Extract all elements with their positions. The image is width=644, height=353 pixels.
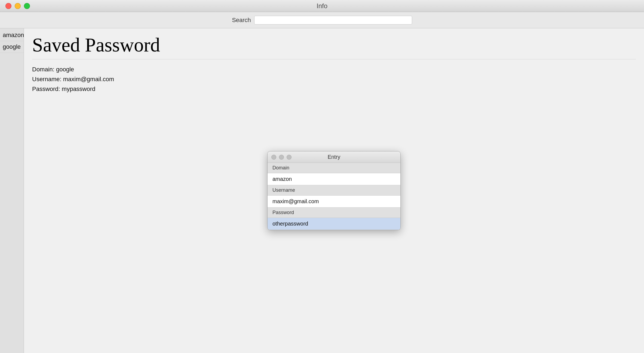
dialog-maximize-button[interactable] [287, 155, 292, 160]
content-area: Saved Password Domain: google Username: … [24, 28, 644, 353]
minimize-button[interactable] [15, 3, 21, 9]
sidebar-item-amazon[interactable]: amazon [0, 29, 24, 41]
toolbar: Search [0, 12, 644, 28]
titlebar: Info [0, 0, 644, 12]
search-label: Search [232, 17, 251, 24]
sidebar: amazon google [0, 28, 24, 353]
dialog-body: Domain amazon Username maxim@gmail.com P [268, 163, 400, 230]
maximize-button[interactable] [24, 3, 30, 9]
sidebar-item-google[interactable]: google [0, 41, 24, 53]
password-label-row: Password [268, 208, 400, 218]
window-controls [5, 3, 30, 9]
password-value-row[interactable]: otherpassword [268, 218, 400, 230]
dialog-controls [271, 155, 292, 160]
dialog-title: Entry [328, 154, 341, 160]
entry-dialog: Entry Domain amazon Username max [267, 151, 401, 230]
username-label-row: Username [268, 185, 400, 196]
domain-value-row[interactable]: amazon [268, 173, 400, 185]
username-value-row[interactable]: maxim@gmail.com [268, 196, 400, 208]
dialog-minimize-button[interactable] [279, 155, 284, 160]
domain-label-row: Domain [268, 163, 400, 173]
dialog-close-button[interactable] [271, 155, 276, 160]
close-button[interactable] [5, 3, 11, 9]
dialog-titlebar: Entry [268, 151, 400, 163]
modal-overlay: Entry Domain amazon Username max [24, 28, 644, 353]
window-title: Info [317, 2, 327, 10]
main-layout: amazon google Saved Password Domain: goo… [0, 28, 644, 353]
search-input[interactable] [254, 16, 412, 25]
